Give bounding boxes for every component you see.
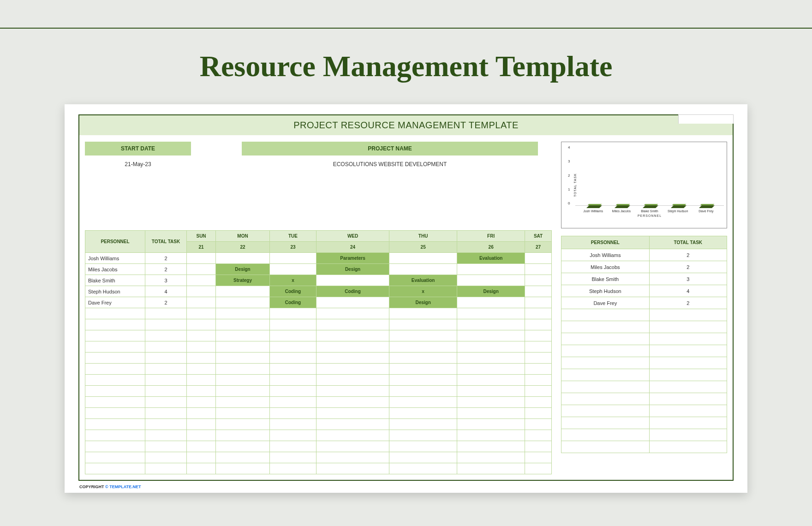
cell-empty[interactable] — [85, 463, 145, 474]
cell-empty[interactable] — [145, 419, 187, 430]
cell-empty[interactable] — [389, 419, 457, 430]
cell-empty[interactable] — [457, 330, 525, 341]
cell-empty[interactable] — [187, 430, 216, 441]
cell-day[interactable]: Design — [389, 297, 457, 308]
summary-empty[interactable] — [649, 357, 727, 369]
summary-empty[interactable] — [561, 357, 650, 369]
cell-empty[interactable] — [145, 463, 187, 474]
cell-day[interactable]: x — [389, 286, 457, 297]
summary-empty[interactable] — [649, 429, 727, 441]
cell-empty[interactable] — [316, 397, 389, 408]
cell-day[interactable]: Parameters — [316, 253, 389, 264]
cell-empty[interactable] — [525, 364, 552, 375]
summary-name[interactable]: Miles Jacobs — [561, 261, 650, 273]
cell-personnel[interactable]: Miles Jacobs — [85, 264, 145, 275]
cell-empty[interactable] — [269, 308, 316, 319]
summary-name[interactable]: Josh Williams — [561, 249, 650, 261]
cell-empty[interactable] — [85, 397, 145, 408]
cell-empty[interactable] — [269, 430, 316, 441]
cell-empty[interactable] — [525, 353, 552, 364]
cell-empty[interactable] — [525, 463, 552, 474]
cell-empty[interactable] — [316, 308, 389, 319]
cell-empty[interactable] — [85, 341, 145, 353]
summary-total[interactable]: 3 — [649, 273, 727, 285]
summary-empty[interactable] — [649, 321, 727, 333]
cell-empty[interactable] — [216, 419, 270, 430]
summary-empty[interactable] — [649, 393, 727, 405]
cell-empty[interactable] — [216, 463, 270, 474]
cell-empty[interactable] — [85, 452, 145, 463]
cell-day[interactable] — [187, 253, 216, 264]
cell-empty[interactable] — [389, 386, 457, 397]
cell-empty[interactable] — [85, 441, 145, 452]
cell-empty[interactable] — [269, 408, 316, 419]
cell-day[interactable]: Design — [316, 264, 389, 275]
cell-empty[interactable] — [457, 353, 525, 364]
summary-empty[interactable] — [649, 369, 727, 381]
cell-day[interactable] — [457, 275, 525, 286]
cell-empty[interactable] — [187, 419, 216, 430]
cell-empty[interactable] — [145, 397, 187, 408]
cell-empty[interactable] — [187, 364, 216, 375]
cell-day[interactable]: x — [269, 275, 316, 286]
cell-day[interactable] — [187, 286, 216, 297]
cell-empty[interactable] — [457, 441, 525, 452]
cell-empty[interactable] — [316, 452, 389, 463]
cell-empty[interactable] — [85, 430, 145, 441]
cell-empty[interactable] — [269, 441, 316, 452]
cell-empty[interactable] — [187, 375, 216, 386]
cell-empty[interactable] — [216, 408, 270, 419]
cell-day[interactable] — [269, 264, 316, 275]
cell-empty[interactable] — [525, 319, 552, 330]
summary-total[interactable]: 4 — [649, 285, 727, 297]
cell-empty[interactable] — [457, 408, 525, 419]
cell-empty[interactable] — [389, 441, 457, 452]
summary-empty[interactable] — [649, 345, 727, 357]
cell-empty[interactable] — [316, 364, 389, 375]
cell-empty[interactable] — [389, 330, 457, 341]
summary-empty[interactable] — [561, 393, 650, 405]
cell-empty[interactable] — [457, 341, 525, 353]
cell-empty[interactable] — [389, 319, 457, 330]
cell-empty[interactable] — [187, 397, 216, 408]
summary-empty[interactable] — [649, 405, 727, 417]
cell-empty[interactable] — [316, 319, 389, 330]
cell-day[interactable]: Evaluation — [457, 253, 525, 264]
cell-empty[interactable] — [525, 308, 552, 319]
cell-empty[interactable] — [525, 386, 552, 397]
cell-empty[interactable] — [525, 397, 552, 408]
cell-empty[interactable] — [457, 308, 525, 319]
cell-empty[interactable] — [457, 364, 525, 375]
cell-empty[interactable] — [269, 452, 316, 463]
cell-empty[interactable] — [269, 419, 316, 430]
summary-empty[interactable] — [649, 417, 727, 429]
cell-empty[interactable] — [269, 319, 316, 330]
cell-empty[interactable] — [389, 353, 457, 364]
summary-empty[interactable] — [649, 441, 727, 453]
cell-day[interactable]: Coding — [316, 286, 389, 297]
cell-empty[interactable] — [187, 308, 216, 319]
cell-empty[interactable] — [85, 419, 145, 430]
cell-day[interactable]: Strategy — [216, 275, 270, 286]
summary-empty[interactable] — [561, 417, 650, 429]
cell-day[interactable]: Evaluation — [389, 275, 457, 286]
cell-empty[interactable] — [525, 341, 552, 353]
summary-empty[interactable] — [649, 309, 727, 321]
cell-empty[interactable] — [316, 330, 389, 341]
cell-empty[interactable] — [187, 353, 216, 364]
cell-empty[interactable] — [389, 341, 457, 353]
cell-empty[interactable] — [457, 319, 525, 330]
summary-empty[interactable] — [649, 381, 727, 393]
cell-empty[interactable] — [216, 441, 270, 452]
cell-empty[interactable] — [389, 364, 457, 375]
cell-empty[interactable] — [145, 364, 187, 375]
cell-empty[interactable] — [216, 341, 270, 353]
cell-empty[interactable] — [85, 319, 145, 330]
cell-empty[interactable] — [316, 341, 389, 353]
cell-empty[interactable] — [457, 452, 525, 463]
cell-empty[interactable] — [389, 397, 457, 408]
cell-empty[interactable] — [145, 441, 187, 452]
cell-day[interactable] — [457, 264, 525, 275]
cell-empty[interactable] — [145, 353, 187, 364]
cell-day[interactable] — [316, 275, 389, 286]
